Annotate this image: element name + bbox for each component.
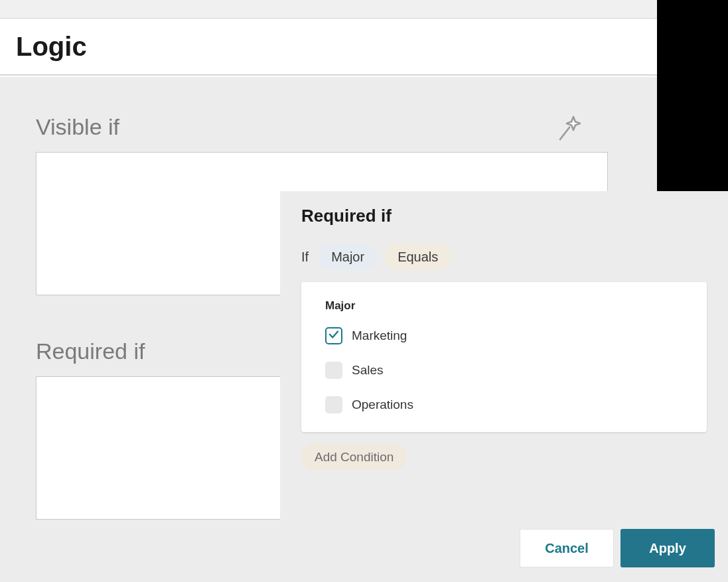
add-condition-button[interactable]: Add Condition bbox=[301, 444, 407, 471]
dialog-footer: Cancel Apply bbox=[520, 529, 715, 567]
top-bar bbox=[0, 0, 657, 19]
magic-wand-icon bbox=[555, 113, 587, 147]
checkbox-sales[interactable] bbox=[325, 362, 342, 379]
option-label: Operations bbox=[352, 398, 413, 412]
option-row-sales[interactable]: Sales bbox=[325, 362, 683, 379]
dialog-title: Required if bbox=[301, 206, 707, 226]
required-if-dialog: Required if If Major Equals Major Market… bbox=[280, 191, 728, 582]
side-black-column bbox=[657, 0, 728, 191]
header: Logic bbox=[0, 19, 657, 76]
svg-line-0 bbox=[560, 127, 569, 139]
option-label: Marketing bbox=[352, 328, 407, 343]
option-row-operations[interactable]: Operations bbox=[325, 396, 683, 413]
option-row-marketing[interactable]: Marketing bbox=[325, 327, 683, 344]
page-title: Logic bbox=[16, 32, 87, 62]
options-card: Major Marketing Sales Operations bbox=[301, 282, 707, 432]
checkbox-operations[interactable] bbox=[325, 396, 342, 413]
check-icon bbox=[328, 328, 340, 343]
option-label: Sales bbox=[352, 363, 384, 378]
visible-if-label: Visible if bbox=[36, 114, 611, 140]
options-card-title: Major bbox=[325, 299, 683, 313]
condition-if-label: If bbox=[301, 250, 309, 265]
magic-wand-button[interactable] bbox=[552, 111, 589, 149]
condition-field-pill[interactable]: Major bbox=[318, 244, 378, 270]
condition-operator-pill[interactable]: Equals bbox=[384, 244, 451, 270]
checkbox-marketing[interactable] bbox=[325, 327, 342, 344]
cancel-button[interactable]: Cancel bbox=[520, 529, 614, 567]
apply-button[interactable]: Apply bbox=[620, 529, 715, 567]
condition-row: If Major Equals bbox=[301, 244, 707, 270]
